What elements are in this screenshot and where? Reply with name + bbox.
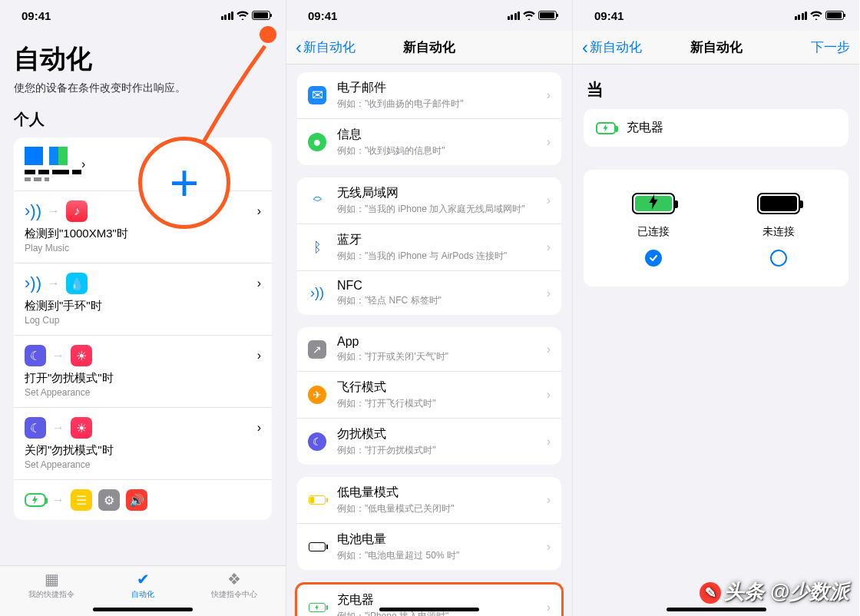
clock-check-icon: ✔ [137,571,150,588]
option-connected[interactable]: 已连接 [600,193,707,267]
watermark-logo-icon: ✎ [700,582,721,604]
back-button[interactable]: ‹ 新自动化 [582,37,642,58]
trigger-batterylevel[interactable]: 电池电量例如："电池电量超过 50% 时" › [297,523,561,570]
trigger-airplane[interactable]: ✈ 飞行模式例如："打开飞行模式时" › [297,371,561,418]
trigger-desc: 例如："轻点 NFC 标签时" [337,294,536,307]
item-title: 检测到"手环"时 [25,299,261,313]
signal-icon [221,12,234,20]
home-indicator[interactable] [666,608,766,611]
gear-icon: ⚙ [98,489,120,511]
option-label: 已连接 [637,225,670,239]
wifi-icon [237,11,249,20]
bluetooth-detect-icon: ›)) [25,273,41,293]
item-desc: Set Appearance [25,459,261,470]
trigger-desc: 例如："当我的 iPhone 与 AirPods 连接时" [337,250,536,263]
trigger-bluetooth[interactable]: ᛒ 蓝牙例如："当我的 iPhone 与 AirPods 连接时" › [297,224,561,270]
battery-icon [825,11,844,20]
chevron-right-icon: › [547,286,551,300]
chevron-right-icon: › [547,493,551,507]
tab-gallery[interactable]: ❖ 快捷指令中心 [211,571,257,616]
trigger-title: 电子邮件 [337,80,536,96]
tab-label: 我的快捷指令 [28,589,74,600]
status-time: 09:41 [308,9,337,22]
mail-icon: ✉ [308,86,326,104]
page-subtitle: 使您的设备在条件改变时作出响应。 [14,81,272,95]
automation-item-4[interactable]: ☾ → ☀ › 关闭"勿扰模式"时 Set Appearance [14,407,272,479]
tab-shortcuts[interactable]: ▦ 我的快捷指令 [28,571,74,616]
item-title: 检测到"1000XM3"时 [25,227,261,241]
trigger-dnd[interactable]: ☾ 勿扰模式例如："打开勿扰模式时" › [297,418,561,465]
radio-unchecked-icon [770,250,787,267]
message-icon: ● [308,133,326,151]
option-label: 未连接 [762,225,795,239]
automation-item-5[interactable]: → ☰ ⚙ 🔊 [14,479,272,520]
app-icon: ↗ [308,340,326,359]
trigger-desc: 例如："当我的 iPhone 加入家庭无线局域网时" [337,203,536,216]
automation-item-3[interactable]: ☾ → ☀ › 打开"勿扰模式"时 Set Appearance [14,335,272,407]
chevron-right-icon: › [547,343,551,356]
trigger-desc: 例如："打开勿扰模式时" [337,444,536,457]
trigger-title: App [337,335,536,349]
next-button[interactable]: 下一步 [811,38,850,56]
option-disconnected[interactable]: 未连接 [725,193,832,267]
annotation-dot [260,26,276,43]
moon-icon: ☾ [25,345,46,366]
watermark: ✎头条 @少数派 [700,578,849,605]
wifi-icon [523,11,535,20]
screen-charger-trigger: 09:41 ‹ 新自动化 新自动化 下一步 当 [573,0,859,616]
watermark-text: 头条 @少数派 [724,580,849,603]
battery-level-icon [308,538,326,556]
item-desc: Play Music [25,243,261,253]
battery-connected-icon [632,193,675,214]
battery-disconnected-icon [757,193,800,214]
trigger-title: 飞行模式 [337,379,536,396]
trigger-title: 信息 [337,127,536,143]
bluetooth-detect-icon: ›)) [25,201,41,221]
chevron-right-icon: › [547,194,551,207]
stack-icon: ❖ [227,571,241,588]
wifi-icon: ⌔ [308,191,326,210]
lowpower-icon [308,491,326,509]
chevron-left-icon: ‹ [296,37,302,58]
nav-bar: ‹ 新自动化 新自动化 下一步 [573,31,859,65]
trigger-desc: 例如："打开或关闭'天气'时" [337,350,536,363]
when-label: 当 [587,78,845,101]
annotation-circle: + [138,137,230,229]
plus-icon[interactable]: + [170,157,200,208]
trigger-nfc[interactable]: ›)) NFC例如："轻点 NFC 标签时" › [297,270,561,315]
item-title: 打开"勿扰模式"时 [25,371,261,386]
trigger-mail[interactable]: ✉ 电子邮件例如："收到曲扬的电子邮件时" › [297,72,561,118]
trigger-wifi[interactable]: ⌔ 无线局域网例如："当我的 iPhone 加入家庭无线局域网时" › [297,177,561,224]
moon-icon: ☾ [25,417,46,439]
trigger-desc: 例如："收到曲扬的电子邮件时" [337,98,536,111]
back-label: 新自动化 [590,38,642,56]
home-indicator[interactable] [93,608,193,611]
page-title: 自动化 [14,41,272,77]
home-indicator[interactable] [379,608,479,611]
status-time: 09:41 [594,9,624,22]
automation-item-2[interactable]: ›)) → 💧 › 检测到"手环"时 Log Cup [14,263,272,335]
chevron-right-icon: › [257,349,261,363]
section-personal: 个人 [14,109,272,130]
music-icon: ♪ [66,200,88,222]
dnd-icon: ☾ [308,432,326,451]
chevron-right-icon: › [81,157,85,171]
chevron-right-icon: › [547,135,551,149]
nfc-icon: ›)) [308,284,326,303]
sun-icon: ☀ [71,345,92,366]
airplane-icon: ✈ [308,386,326,404]
trigger-desc: 例如："低电量模式已关闭时" [337,502,536,515]
screen-automation-list: 09:41 自动化 使您的设备在条件改变时作出响应。 个人 [0,0,286,616]
trigger-message[interactable]: ● 信息例如："收到妈妈的信息时" › [297,118,561,165]
chevron-right-icon: › [257,277,261,290]
screen-new-automation-list: 09:41 ‹ 新自动化 新自动化 ✉ 电 [286,0,573,616]
back-button[interactable]: ‹ 新自动化 [296,37,356,58]
signal-icon [508,12,521,20]
trigger-title: NFC [337,279,536,293]
trigger-title: 勿扰模式 [337,426,536,442]
trigger-app[interactable]: ↗ App例如："打开或关闭'天气'时" › [297,327,561,371]
trigger-lowpower[interactable]: 低电量模式例如："低电量模式已关闭时" › [297,477,561,523]
charger-icon [308,598,326,616]
sun-icon: ☀ [71,417,92,439]
back-label: 新自动化 [303,38,356,56]
